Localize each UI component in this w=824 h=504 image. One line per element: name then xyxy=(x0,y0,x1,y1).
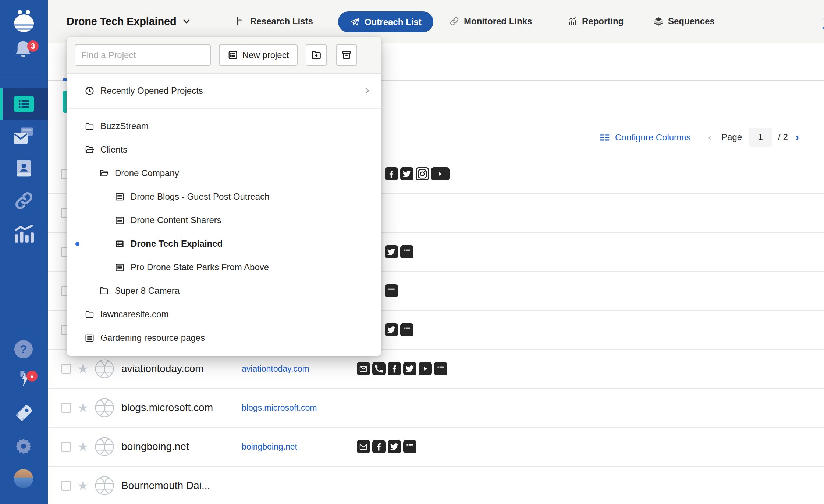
project-tree-item[interactable]: Gardening resource pages xyxy=(67,326,381,350)
archive-button[interactable] xyxy=(336,44,357,66)
project-switcher[interactable]: Drone Tech Explained xyxy=(67,0,191,43)
sidebar-item-email[interactable] xyxy=(13,126,35,147)
new-folder-button[interactable] xyxy=(306,44,327,66)
row-checkbox[interactable] xyxy=(61,403,71,413)
configure-columns-button[interactable]: Configure Columns xyxy=(600,132,690,143)
project-tree-item[interactable]: Drone Content Sharers xyxy=(67,208,381,232)
project-tree-item[interactable]: Super 8 Camera xyxy=(67,279,381,303)
twitter-icon[interactable] xyxy=(385,245,398,258)
project-tree-label: Pro Drone State Parks From Above xyxy=(131,262,269,272)
lists-icon xyxy=(14,96,34,112)
facebook-icon[interactable] xyxy=(372,440,386,453)
nav-item-label: Research Lists xyxy=(250,16,313,26)
project-tree-item[interactable]: lawncaresite.com xyxy=(67,303,381,326)
facebook-icon[interactable] xyxy=(388,362,401,375)
next-page-button[interactable]: › xyxy=(795,132,799,143)
email-icon xyxy=(13,126,35,147)
folder-icon xyxy=(99,286,109,296)
sidebar-item-links[interactable] xyxy=(14,190,34,211)
website-link[interactable]: aviationtoday.com xyxy=(242,364,309,374)
folder-plus-icon xyxy=(311,50,322,61)
twitter-icon[interactable] xyxy=(385,323,398,336)
favorite-star-icon[interactable]: ★ xyxy=(77,361,88,376)
twitter-icon[interactable] xyxy=(400,167,413,180)
row-checkbox[interactable] xyxy=(61,442,71,452)
sidebar-item-help[interactable]: ? xyxy=(14,340,33,358)
sidebar-item-account[interactable] xyxy=(14,469,33,488)
new-project-button[interactable]: New project xyxy=(219,44,298,66)
project-tree-item[interactable]: Clients xyxy=(67,138,381,161)
notifications-badge: 3 xyxy=(27,40,39,52)
new-project-label: New project xyxy=(242,50,289,60)
sidebar-item-lists[interactable] xyxy=(0,88,48,120)
recently-opened-projects[interactable]: Recently Opened Projects xyxy=(67,74,381,108)
website-name[interactable]: aviationtoday.com xyxy=(121,363,204,375)
row-checkbox[interactable] xyxy=(61,481,71,491)
nav-item-sequences[interactable]: Sequences xyxy=(653,0,715,43)
facebook-icon[interactable] xyxy=(385,167,398,180)
sidebar-item-contacts[interactable] xyxy=(14,158,34,179)
sidebar-item-reports[interactable] xyxy=(13,223,35,243)
project-tree-item[interactable]: Drone Company xyxy=(67,161,381,185)
chevron-right-icon xyxy=(363,87,371,95)
browser-icon[interactable] xyxy=(403,440,416,453)
contact-icons xyxy=(357,362,447,375)
favorite-star-icon[interactable]: ★ xyxy=(77,439,88,454)
project-icon xyxy=(228,50,238,60)
sidebar-item-getting-started[interactable] xyxy=(14,403,34,423)
table-row: ★boingboing.netboingboing.net xyxy=(48,428,824,467)
youtube-icon[interactable] xyxy=(431,167,450,180)
website-link[interactable]: boingboing.net xyxy=(242,442,297,452)
favorite-star-icon[interactable]: ★ xyxy=(77,400,88,415)
website-link[interactable]: blogs.microsoft.com xyxy=(242,403,317,413)
project-tree-item[interactable]: Drone Tech Explained xyxy=(67,232,381,255)
website-name[interactable]: boingboing.net xyxy=(121,441,189,453)
sidebar: 3 xyxy=(0,0,48,504)
find-project-input[interactable] xyxy=(75,44,211,66)
contact-icons xyxy=(385,245,413,258)
project-tree-item[interactable]: Drone Blogs - Guest Post Outreach xyxy=(67,185,381,208)
recently-opened-label: Recently Opened Projects xyxy=(100,86,203,96)
phone-icon[interactable] xyxy=(372,362,386,375)
twitter-icon[interactable] xyxy=(403,362,416,375)
website-name[interactable]: Bournemouth Dai... xyxy=(121,480,210,492)
project-tree-label: lawncaresite.com xyxy=(100,309,168,319)
project-tree-label: Super 8 Camera xyxy=(115,286,180,296)
youtube-icon[interactable] xyxy=(419,362,432,375)
favorite-star-icon[interactable]: ★ xyxy=(77,478,88,493)
email-icon[interactable] xyxy=(357,440,370,453)
chain-icon xyxy=(449,16,459,26)
folder-open-icon xyxy=(99,168,109,178)
nav-item-outreach-list[interactable]: Outreach List xyxy=(338,11,433,32)
nav-item-reporting[interactable]: Reporting xyxy=(567,0,624,43)
whats-new-badge: ★ xyxy=(26,371,38,382)
project-tree-item[interactable]: Pro Drone State Parks From Above xyxy=(67,255,381,279)
paper-plane-icon xyxy=(350,17,360,27)
flag-icon xyxy=(235,16,246,26)
project-tree-label: Drone Company xyxy=(115,168,179,178)
project-tree-item[interactable]: BuzzStream xyxy=(67,114,381,138)
email-icon[interactable] xyxy=(357,362,370,375)
row-checkbox[interactable] xyxy=(61,364,71,374)
previous-page-button[interactable]: ‹ xyxy=(708,132,712,143)
user-avatar xyxy=(14,469,33,488)
rocket-icon xyxy=(14,403,34,423)
globe-icon xyxy=(94,358,115,379)
browser-icon[interactable] xyxy=(400,245,413,258)
page-number-input[interactable] xyxy=(749,128,772,147)
browser-icon[interactable] xyxy=(385,284,398,297)
nav-item-monitored-links[interactable]: Monitored Links xyxy=(449,0,532,43)
clock-icon xyxy=(85,86,95,96)
settings-gear-icon xyxy=(14,437,33,455)
sidebar-item-settings[interactable] xyxy=(14,437,33,455)
instagram-icon[interactable] xyxy=(416,167,429,180)
buzzstream-bee-logo[interactable] xyxy=(12,9,36,33)
browser-icon[interactable] xyxy=(434,362,447,375)
nav-item-research-lists[interactable]: Research Lists xyxy=(235,0,313,43)
upload-icon[interactable] xyxy=(820,14,824,30)
browser-icon[interactable] xyxy=(400,323,413,336)
sidebar-divider xyxy=(0,79,48,79)
page-label: Page xyxy=(721,132,742,142)
website-name[interactable]: blogs.microsoft.com xyxy=(121,402,213,414)
twitter-icon[interactable] xyxy=(388,440,401,453)
